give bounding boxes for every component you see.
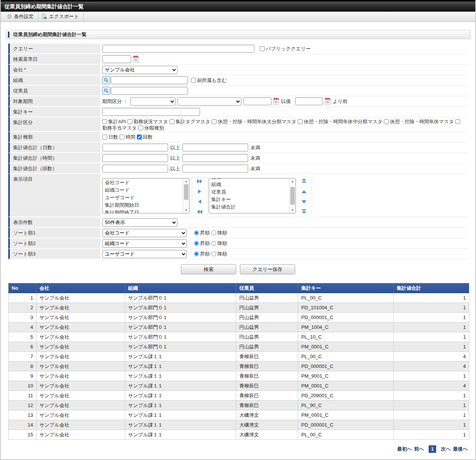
calendar-icon[interactable]: 31 [273,98,279,104]
organization-input[interactable] [111,76,188,84]
move-right-icon[interactable] [198,189,202,195]
before-label: より前 [333,98,348,105]
last-page-link[interactable]: 最後へ [453,446,468,452]
calendar-icon[interactable]: 31 [325,98,330,104]
agg-division-checkbox[interactable]: 休暇種別 [138,125,164,131]
period-division-select[interactable] [130,97,176,106]
total-count-max-input[interactable] [182,165,248,172]
agg-division-checkbox[interactable]: 休憩・控除・時間年休中分類マスタ [298,119,382,124]
company-select[interactable]: サンプル会社 [102,66,177,74]
list-item[interactable]: ユーザコード [103,194,183,201]
table-row: 14サンプル会社サンプル課１１大磯博文PD_000001_C1 [9,420,469,430]
export-button[interactable]: エクスポート [38,12,84,21]
agg-kind-checkbox[interactable]: 回数 [137,134,153,141]
period-from-input[interactable] [244,97,271,105]
list-item[interactable]: 集計キー [209,196,289,203]
sort3-asc-radio[interactable]: 昇順 [194,251,210,257]
move-down-icon[interactable] [302,199,306,205]
after-label: 以後 [281,98,291,105]
form-row-agg-key: 集計キー [8,107,468,117]
period-to-input[interactable] [295,97,323,105]
list-item[interactable]: 集計値合計 [209,203,289,211]
employee-search-icon[interactable] [102,87,110,95]
list-item[interactable]: 集計期間開始日 [103,201,183,209]
move-all-left-icon[interactable] [197,209,203,215]
move-all-right-icon[interactable] [197,179,203,185]
agg-key-input[interactable] [102,108,200,116]
pagination: 最初へ 前へ 1 次へ 最後へ [8,445,468,453]
sort2-asc-radio[interactable]: 昇順 [194,240,210,247]
base-date-input[interactable] [102,55,131,63]
list-item[interactable]: 会社 [209,178,289,181]
search-button[interactable]: 検索 [181,264,236,274]
list-item[interactable]: 従業員 [209,188,289,196]
agg-division-checkbox[interactable]: 集計タグマスタ [170,119,211,124]
total-count-min-input[interactable] [102,165,168,172]
form-row-total-count: 集計値合計（回数） 以上 未満 [8,163,468,174]
public-query-checkbox[interactable]: パブリッククエリー [260,45,311,52]
sort1-label: ソート順1 [8,228,100,238]
first-page-link[interactable]: 最初へ [397,446,412,452]
agg-kind-checkbox[interactable]: 時間 [120,134,135,141]
include-sub-checkbox[interactable]: 副所属も含む [191,77,227,84]
export-icon [41,14,47,20]
page: 従業員別締め期間集計値合計一覧 ⚙ 条件設定 エクスポート 従業員別締め期間集計… [0,0,476,460]
prev-page-link[interactable]: 前へ [414,446,424,452]
scrollbar[interactable]: ▲ ▼ [183,179,189,213]
table-header-row: No 会社 組織 従業員 集計キー 集計値合計 [9,283,469,293]
list-item[interactable]: 集計期間終了日 [103,209,183,213]
move-left-icon[interactable] [198,199,202,205]
sort3-desc-radio[interactable]: 降順 [211,251,227,257]
move-bottom-icon[interactable] [302,209,306,215]
scroll-down-icon: ▼ [183,208,189,213]
condition-settings-button[interactable]: ⚙ 条件設定 [4,12,38,21]
form-row-query: クエリー パブリッククエリー [8,44,468,54]
display-rows-select[interactable]: 50件表示 [102,218,177,227]
sort2-desc-radio[interactable]: 降順 [211,240,227,247]
calendar-icon[interactable]: 31 [133,56,139,62]
move-top-icon[interactable] [302,179,306,185]
total-time-min-input[interactable] [102,154,168,162]
list-item[interactable]: 会社コード [103,179,183,186]
col-header-organization: 組織 [125,283,236,293]
col-header-company: 会社 [36,283,125,293]
agg-division-checkbox[interactable]: 休憩・控除・時間年休大分類マスタ [212,119,296,124]
agg-division-checkbox[interactable]: 休憩・控除・時間年休マスタ [384,119,454,124]
results-table: No 会社 組織 従業員 集計キー 集計値合計 1サンプル会社サンプル部門０１円… [8,283,469,440]
sort2-select[interactable]: 組織コード [102,239,187,248]
agg-division-checkbox[interactable]: 集計API [102,119,126,124]
sort1-desc-radio[interactable]: 降順 [211,230,227,236]
form-row-organization: 組織 副所属も含む [8,75,468,86]
list-item[interactable]: 組織 [209,181,289,188]
table-row: 6サンプル会社サンプル部門０１円山益男PM_0001_C1 [9,342,469,352]
sort3-select[interactable]: ユーザコード [102,250,187,258]
total-days-max-input[interactable] [182,144,248,151]
display-items-label: 表示項目 [8,174,100,217]
selected-items-list[interactable]: 会社組織従業員集計キー集計値合計 ▲ ▼ [209,178,296,213]
gear-icon: ⚙ [7,14,12,20]
list-item[interactable]: 組織コード [103,186,183,194]
query-input[interactable] [102,45,255,53]
move-up-icon[interactable] [302,189,306,195]
table-row: 1サンプル会社サンプル部門０１円山益男PL_00_C1 [9,293,469,303]
period-label: 対象期間 [8,96,100,107]
period-detail-select[interactable] [177,97,241,106]
agg-kind-checkbox[interactable]: 日数 [102,134,118,141]
table-row: 8サンプル会社サンプル課１１青柳辰巳PD_000001_C4 [9,362,469,371]
scrollbar[interactable]: ▲ ▼ [289,179,296,213]
organization-search-icon[interactable] [102,76,110,84]
next-page-link[interactable]: 次へ [441,446,451,452]
save-query-button[interactable]: クエリー保存 [240,264,295,274]
total-time-label: 集計値合計（時間） [8,153,100,163]
sort1-asc-radio[interactable]: 昇順 [194,230,210,236]
sort1-select[interactable]: 会社コード [102,229,187,237]
total-time-max-input[interactable] [182,154,248,162]
organization-label: 組織 [8,75,100,86]
table-row: 15サンプル会社サンプル課１１大磯博文PL_00_C1 [9,430,469,440]
available-items-list[interactable]: 会社コード組織コードユーザコード集計期間開始日集計期間終了日 ▲ ▼ [102,178,189,213]
period-division-label: 期間区分 ： [102,98,128,105]
employee-input[interactable] [111,87,188,95]
form-row-total-days: 集計値合計（日数） 以上 未満 [8,142,468,153]
agg-division-checkbox[interactable]: 勤務状況マスタ [127,119,168,124]
total-days-min-input[interactable] [102,144,168,151]
